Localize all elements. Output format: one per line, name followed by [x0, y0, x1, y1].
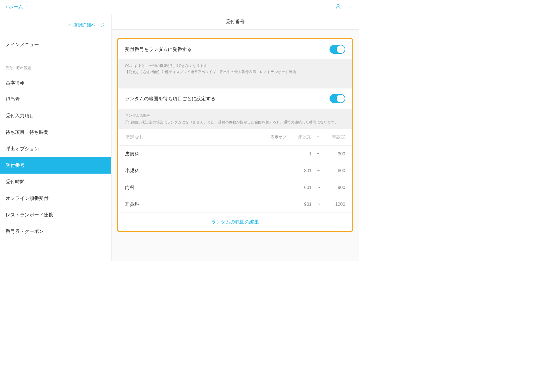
edit-range-link[interactable]: ランダムの範囲の編集 [118, 213, 352, 231]
external-link-icon: ↗ [67, 23, 71, 27]
range-row-min: 1 [292, 151, 312, 157]
range-row-ent[interactable]: 耳鼻科 901 〜 1200 [118, 196, 352, 213]
content: 受付番号 受付番号をランダムに発番する ONにすると、一部の機能が利用できなくな… [112, 14, 359, 261]
per-item-range-toggle[interactable] [330, 94, 345, 103]
highlight-frame: 受付番号をランダムに発番する ONにすると、一部の機能が利用できなくなります。 … [117, 38, 353, 232]
sidebar-item-call-options[interactable]: 呼出オプション [0, 141, 111, 157]
per-item-range-label: ランダムの範囲を待ち項目ごとに設定する [125, 95, 215, 102]
tilde-icon: 〜 [312, 202, 326, 207]
range-row-internal-medicine[interactable]: 内科 601 〜 900 [118, 179, 352, 196]
info-icon: i [125, 120, 129, 124]
sidebar-item-ticket-coupon[interactable]: 番号券・クーポン [0, 223, 111, 240]
sidebar-item-reception-time[interactable]: 受付時間 [0, 174, 111, 190]
back-label: ホーム [9, 4, 23, 10]
range-row-min: 601 [292, 185, 312, 190]
random-issue-desc: ONにすると、一部の機能が利用できなくなります。 【使えなくなる機能】外部ディス… [118, 59, 352, 80]
back-link[interactable]: ‹ ホーム [6, 4, 23, 10]
svg-point-0 [337, 4, 339, 6]
range-row-max: 未設定 [326, 134, 345, 140]
sidebar: ↗ 店舗詳細ページ メインメニュー 受付・呼出設定 基本情報 担当者 受付入力項… [0, 14, 112, 261]
tilde-icon: 〜 [312, 135, 326, 140]
range-section-header: ランダムの範囲 [118, 109, 352, 120]
random-issue-label: 受付番号をランダムに発番する [125, 46, 192, 53]
range-row-dermatology[interactable]: 皮膚科 1 〜 300 [118, 146, 352, 162]
main-menu-label[interactable]: メインメニュー [0, 35, 111, 54]
tilde-icon: 〜 [312, 151, 326, 157]
tilde-icon: 〜 [312, 168, 326, 173]
range-row-name: 小児科 [125, 167, 292, 174]
sidebar-item-restaurant-board[interactable]: レストランボード連携 [0, 207, 111, 223]
user-icon[interactable] [335, 3, 341, 11]
shop-detail-link[interactable]: ↗ 店舗詳細ページ [0, 14, 111, 35]
topbar-right: ⌄ [335, 3, 353, 11]
range-row-pediatrics[interactable]: 小児科 301 〜 600 [118, 162, 352, 179]
random-issue-row: 受付番号をランダムに発番する [118, 39, 352, 59]
topbar: ‹ ホーム ⌄ [0, 0, 359, 14]
sidebar-item-wait-items[interactable]: 待ち項目・待ち時間 [0, 124, 111, 141]
range-row-name: 内科 [125, 184, 292, 191]
range-row-min: 未設定 [292, 134, 312, 140]
per-item-range-row: ランダムの範囲を待ち項目ごとに設定する [118, 88, 352, 109]
range-row-max: 1200 [326, 202, 345, 207]
chevron-down-icon[interactable]: ⌄ [350, 5, 353, 9]
shop-detail-label: 店舗詳細ページ [73, 23, 105, 27]
range-row-unspecified[interactable]: 指定なし 表示オフ 未設定 〜 未設定 [118, 129, 352, 146]
range-row-off-label: 表示オフ [271, 135, 286, 140]
sidebar-item-online-queue[interactable]: オンライン順番受付 [0, 190, 111, 207]
range-row-name: 耳鼻科 [125, 201, 292, 207]
sidebar-section-label: 受付・呼出設定 [0, 54, 111, 74]
random-issue-toggle[interactable] [330, 45, 345, 54]
range-row-min: 301 [292, 168, 312, 173]
range-section-note: i 範囲が未設定の場合はランダムになりません。また、受付の件数が指定した範囲を超… [118, 120, 352, 129]
range-row-max: 300 [326, 151, 345, 157]
range-row-max: 600 [326, 168, 345, 173]
range-row-name: 指定なし [125, 134, 271, 140]
sidebar-item-staff[interactable]: 担当者 [0, 91, 111, 108]
range-row-name: 皮膚科 [125, 151, 292, 157]
range-row-max: 900 [326, 185, 345, 190]
sidebar-item-input-fields[interactable]: 受付入力項目 [0, 108, 111, 124]
range-row-min: 901 [292, 202, 312, 207]
content-title: 受付番号 [112, 14, 359, 30]
chevron-left-icon: ‹ [6, 4, 8, 10]
tilde-icon: 〜 [312, 185, 326, 190]
sidebar-item-basic-info[interactable]: 基本情報 [0, 74, 111, 91]
sidebar-item-reception-number[interactable]: 受付番号 [0, 157, 111, 174]
